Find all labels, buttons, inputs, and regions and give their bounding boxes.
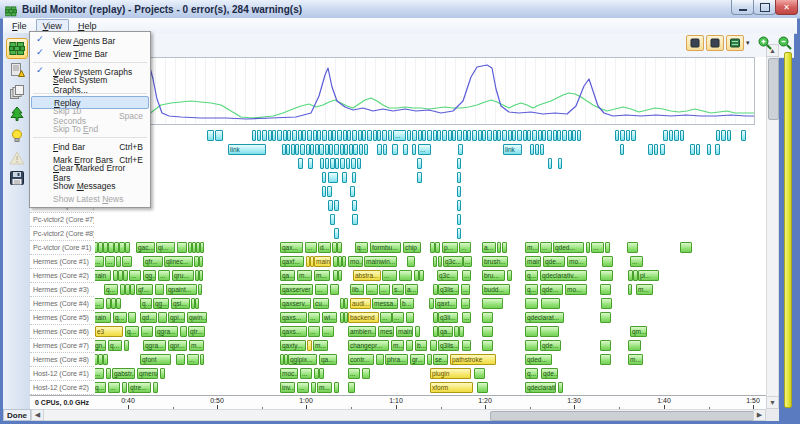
gantt-bar[interactable] (727, 130, 731, 141)
gantt-bar[interactable] (562, 130, 567, 141)
gantt-bar-[interactable]: ... (379, 284, 390, 295)
gantt-bar[interactable] (328, 172, 338, 183)
gantt-bar[interactable] (160, 368, 165, 379)
gantt-bar-phra[interactable]: phra... (385, 354, 408, 365)
gantt-bar-a[interactable]: a... (482, 242, 496, 253)
gantt-bar[interactable] (721, 130, 726, 141)
gantt-bar-qglpix[interactable]: qglpix... (288, 354, 317, 365)
gantt-bar[interactable] (487, 130, 492, 141)
gantt-bar[interactable] (422, 130, 426, 141)
gantt-bar-[interactable]: ... (187, 354, 199, 365)
gantt-bar-q[interactable]: q... (95, 382, 106, 393)
menu-item-clear-marked-error-bars[interactable]: Clear Marked Error Bars (31, 166, 149, 179)
gantt-bar-mo[interactable]: mo... (348, 256, 363, 267)
gantt-bar[interactable] (207, 130, 214, 141)
gantt-bar[interactable] (696, 144, 700, 155)
gantt-bar-se[interactable]: se... (433, 354, 448, 365)
bar-style-dark-button[interactable] (686, 35, 704, 51)
gantt-bar[interactable] (124, 340, 129, 351)
errors-icon[interactable] (9, 150, 27, 168)
gantt-bar[interactable] (308, 158, 313, 169)
gantt-bar[interactable] (338, 270, 342, 281)
gantt-bar[interactable] (199, 270, 203, 281)
gantt-bar[interactable] (153, 382, 158, 393)
gantt-bar-qax[interactable]: qax... (280, 242, 303, 253)
gantt-bar[interactable] (601, 298, 612, 309)
horizontal-scroll-thumb[interactable] (490, 411, 754, 421)
menu-item-skip-to-end[interactable]: Skip To End (31, 122, 149, 135)
gantt-bar[interactable] (407, 256, 415, 267)
gantt-bar[interactable] (669, 130, 673, 141)
gantt-bar-[interactable]: ... (297, 382, 309, 393)
gantt-bar[interactable] (307, 340, 312, 351)
gantt-bar-q3li[interactable]: q3li... (438, 312, 458, 323)
dropdown-caret-icon[interactable]: ▾ (746, 39, 750, 47)
gantt-bar-qaxf[interactable]: qaxf... (280, 256, 304, 267)
gantt-bar[interactable] (317, 130, 321, 141)
gantt-bar[interactable] (388, 130, 392, 141)
gantt-bar[interactable] (458, 144, 463, 155)
gantt-bar[interactable] (497, 130, 501, 141)
gantt-bar[interactable] (347, 130, 351, 141)
gantt-bar[interactable] (620, 144, 624, 155)
gantt-bar[interactable] (277, 130, 282, 141)
gantt-bar[interactable] (457, 214, 461, 225)
gantt-bar-[interactable]: ... (308, 326, 320, 337)
bar-style-green-button[interactable] (726, 35, 744, 51)
gantt-bar[interactable] (527, 130, 531, 141)
gantt-bar[interactable] (482, 298, 503, 309)
gantt-bar-qlinec[interactable]: qlinec... (164, 256, 193, 267)
gantt-bar-qpaint[interactable]: qpaint... (166, 284, 197, 295)
gantt-bar-inv[interactable]: inv... (280, 382, 295, 393)
gantt-bar[interactable] (364, 144, 368, 155)
warnings-list-icon[interactable] (9, 62, 27, 80)
gantt-bar-d[interactable]: d... (318, 242, 331, 253)
gantt-bar-qa[interactable]: qa... (438, 326, 453, 337)
gantt-bar-backend[interactable]: backend (348, 312, 379, 323)
gantt-bar[interactable] (257, 130, 261, 141)
gantt-bar[interactable] (298, 158, 303, 169)
gantt-bar[interactable] (532, 130, 537, 141)
gantt-bar[interactable] (605, 242, 610, 253)
menu-item-find-bar[interactable]: Find BarCtrl+B (31, 140, 149, 153)
gantt-bar[interactable] (334, 144, 339, 155)
menu-item-select-system-graphs[interactable]: Select System Graphs... (31, 78, 149, 91)
gantt-bar-qded[interactable]: qded... (525, 354, 552, 365)
gantt-bar[interactable] (472, 130, 477, 141)
gantt-bar[interactable] (367, 130, 372, 141)
gantt-bar-qde[interactable]: qde... (540, 284, 563, 295)
gantt-bar[interactable] (429, 298, 434, 309)
gantt-bar-qaxserv[interactable]: qaxserv... (280, 298, 311, 309)
gantt-bar[interactable] (406, 340, 413, 351)
gantt-bar-q[interactable]: q... (355, 242, 368, 253)
gantt-bar[interactable] (502, 242, 507, 253)
gantt-bar-plugin[interactable]: plugin (430, 368, 471, 379)
gantt-bar-[interactable]: ... (105, 256, 115, 267)
gantt-bar[interactable] (547, 130, 552, 141)
gantt-bar[interactable] (330, 214, 335, 225)
gantt-bar[interactable] (195, 298, 199, 309)
gantt-bar-q[interactable]: q... (113, 312, 127, 323)
gantt-bar-qgra[interactable]: qgra... (155, 326, 178, 337)
gantt-bar[interactable] (116, 256, 121, 267)
gantt-bar-pathstroke[interactable]: pathstroke (450, 354, 496, 365)
gantt-bar-mainwin[interactable]: mainwin... (364, 256, 397, 267)
gantt-bar[interactable] (525, 298, 538, 309)
gantt-bar-[interactable]: ... (461, 298, 470, 309)
gantt-bar-lib[interactable]: lib... (350, 284, 364, 295)
gantt-bar[interactable] (540, 326, 559, 337)
gantt-bar[interactable] (319, 144, 324, 155)
gantt-bar[interactable] (116, 298, 121, 309)
gantt-bar-m[interactable]: m... (628, 354, 643, 365)
gantt-bar[interactable] (200, 354, 204, 365)
gantt-bar[interactable] (352, 200, 357, 211)
gantt-bar[interactable] (342, 172, 347, 183)
gantt-bar-q[interactable]: q... (525, 368, 538, 379)
gantt-bar-qi[interactable]: qi... (156, 242, 175, 253)
gantt-bar-changepr[interactable]: changepr... (348, 340, 389, 351)
gantt-bar[interactable] (600, 284, 611, 295)
gantt-bar[interactable] (457, 158, 461, 169)
gantt-bar-[interactable]: ... (393, 130, 406, 141)
gantt-bar[interactable] (262, 130, 267, 141)
gantt-bar[interactable] (377, 144, 382, 155)
